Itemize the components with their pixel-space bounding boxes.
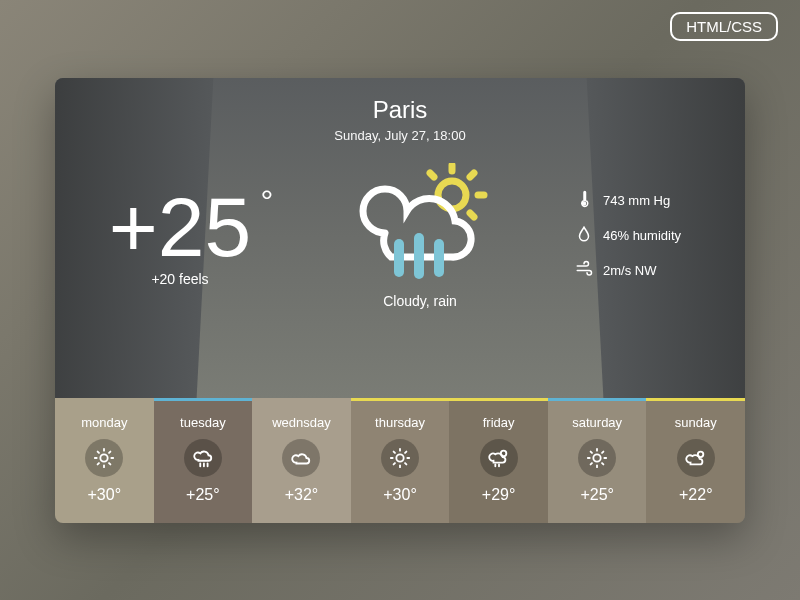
day-label: wednsday (272, 415, 331, 430)
svg-point-34 (594, 454, 601, 461)
thermometer-icon (575, 190, 593, 211)
condition-text: Cloudy, rain (340, 293, 500, 309)
forecast-day[interactable]: wednsday +32° (252, 398, 351, 523)
forecast-day[interactable]: thursday +30° (351, 398, 450, 523)
svg-point-22 (396, 454, 403, 461)
svg-line-18 (109, 452, 110, 453)
forecast-day[interactable]: sunday +22° (646, 398, 745, 523)
wind-value: 2m/s NW (603, 263, 656, 278)
pressure-row: 743 mm Hg (575, 190, 705, 211)
sun-icon (578, 439, 616, 477)
cloud-rain-icon (184, 439, 222, 477)
svg-line-29 (394, 463, 395, 464)
day-temp: +29° (482, 486, 516, 504)
droplet-icon (575, 225, 593, 246)
svg-line-40 (602, 463, 603, 464)
day-label: sunday (675, 415, 717, 430)
sun-icon (381, 439, 419, 477)
forecast-row: monday +30° tuesday +25° wednsday +32° t… (55, 398, 745, 523)
svg-line-17 (98, 463, 99, 464)
day-label: thursday (375, 415, 425, 430)
humidity-value: 46% humidity (603, 228, 681, 243)
weather-widget: Paris Sunday, July 27, 18:00 +25 ° +20 f… (55, 78, 745, 523)
forecast-day[interactable]: saturday +25° (548, 398, 647, 523)
temperature-number: +25 (109, 180, 252, 274)
day-temp: +25° (186, 486, 220, 504)
day-label: monday (81, 415, 127, 430)
svg-line-15 (98, 452, 99, 453)
tech-badge: HTML/CSS (670, 12, 778, 41)
svg-line-42 (602, 452, 603, 453)
temperature-value: +25 ° (109, 185, 252, 269)
day-label: friday (483, 415, 515, 430)
svg-line-39 (591, 452, 592, 453)
day-label: saturday (572, 415, 622, 430)
day-temp: +22° (679, 486, 713, 504)
svg-rect-6 (394, 239, 404, 277)
city-name: Paris (85, 96, 715, 124)
humidity-row: 46% humidity (575, 225, 705, 246)
degree-symbol: ° (260, 185, 273, 217)
wind-icon (575, 260, 593, 281)
svg-line-16 (109, 463, 110, 464)
cloud-rain-sun-icon (480, 439, 518, 477)
cloud-icon (282, 439, 320, 477)
cloud-sun-icon (677, 439, 715, 477)
svg-point-9 (583, 202, 586, 205)
day-temp: +30° (383, 486, 417, 504)
condition-block: Cloudy, rain (340, 163, 500, 309)
svg-line-2 (470, 173, 474, 177)
svg-line-5 (430, 173, 434, 177)
forecast-day[interactable]: friday +29° (449, 398, 548, 523)
pressure-value: 743 mm Hg (603, 193, 670, 208)
day-temp: +32° (285, 486, 319, 504)
temperature-block: +25 ° +20 feels (95, 185, 265, 287)
day-label: tuesday (180, 415, 226, 430)
svg-line-30 (405, 452, 406, 453)
forecast-day[interactable]: monday +30° (55, 398, 154, 523)
svg-point-10 (101, 454, 108, 461)
header: Paris Sunday, July 27, 18:00 (85, 96, 715, 143)
svg-line-27 (394, 452, 395, 453)
date-time: Sunday, July 27, 18:00 (85, 128, 715, 143)
svg-rect-7 (414, 233, 424, 279)
sun-icon (85, 439, 123, 477)
svg-rect-8 (434, 239, 444, 277)
svg-line-41 (591, 463, 592, 464)
forecast-day[interactable]: tuesday +25° (154, 398, 253, 523)
svg-line-4 (470, 213, 474, 217)
wind-row: 2m/s NW (575, 260, 705, 281)
day-temp: +25° (580, 486, 614, 504)
current-panel: Paris Sunday, July 27, 18:00 +25 ° +20 f… (55, 78, 745, 398)
details-block: 743 mm Hg 46% humidity 2m/s NW (575, 190, 705, 281)
day-temp: +30° (88, 486, 122, 504)
svg-line-28 (405, 463, 406, 464)
cloud-rain-sun-icon (340, 269, 500, 286)
